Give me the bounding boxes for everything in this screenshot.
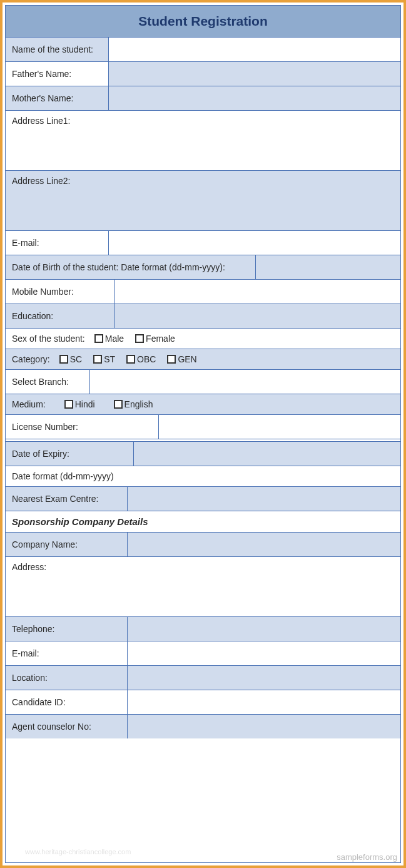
category-st-label: ST bbox=[104, 354, 115, 364]
row-email2: E-mail: bbox=[6, 641, 400, 666]
email2-label: E-mail: bbox=[6, 641, 128, 665]
company-name-label: Company Name: bbox=[6, 533, 128, 556]
candidate-id-value[interactable] bbox=[128, 690, 400, 714]
location-label: Location: bbox=[6, 666, 128, 690]
row-dob: Date of Birth of the student: Date forma… bbox=[6, 255, 400, 280]
row-license: License Number: bbox=[6, 415, 400, 439]
email2-value[interactable] bbox=[128, 641, 400, 665]
branch-label: Select Branch: bbox=[6, 370, 90, 394]
form-inner: Student Registration Name of the student… bbox=[5, 5, 401, 863]
category-gen-option[interactable]: GEN bbox=[167, 354, 196, 364]
category-obc-option[interactable]: OBC bbox=[126, 354, 156, 364]
dob-value[interactable] bbox=[256, 255, 400, 279]
row-address: Address: bbox=[6, 557, 400, 617]
medium-label: Medium: bbox=[12, 399, 46, 409]
row-addr2: Address Line2: bbox=[6, 171, 400, 231]
row-location: Location: bbox=[6, 666, 400, 690]
exam-centre-value[interactable] bbox=[128, 487, 400, 511]
candidate-id-label: Candidate ID: bbox=[6, 690, 128, 714]
mobile-label: Mobile Number: bbox=[6, 280, 115, 304]
row-category: Category: SC ST OBC bbox=[6, 349, 400, 370]
row-company-name: Company Name: bbox=[6, 533, 400, 557]
row-mobile: Mobile Number: bbox=[6, 280, 400, 304]
row-addr1: Address Line1: bbox=[6, 111, 400, 171]
form-title: Student Registration bbox=[6, 6, 400, 38]
checkbox-icon bbox=[126, 355, 135, 364]
email-label: E-mail: bbox=[6, 231, 109, 255]
addr1-label[interactable]: Address Line1: bbox=[6, 111, 400, 170]
telephone-label: Telephone: bbox=[6, 617, 128, 641]
form-frame: Student Registration Name of the student… bbox=[0, 0, 406, 868]
row-name: Name of the student: bbox=[6, 38, 400, 62]
exam-centre-label: Nearest Exam Centre: bbox=[6, 487, 128, 511]
row-mother: Mother's Name: bbox=[6, 86, 400, 111]
email-value[interactable] bbox=[109, 231, 400, 255]
row-education: Education: bbox=[6, 304, 400, 329]
education-value[interactable] bbox=[115, 304, 400, 328]
row-email: E-mail: bbox=[6, 231, 400, 255]
row-candidate-id: Candidate ID: bbox=[6, 690, 400, 715]
checkbox-icon bbox=[114, 400, 123, 409]
sex-female-label: Female bbox=[146, 334, 175, 344]
expiry-label: Date of Expiry: bbox=[6, 442, 134, 466]
checkbox-icon bbox=[94, 334, 103, 343]
checkbox-icon bbox=[135, 334, 144, 343]
category-sc-option[interactable]: SC bbox=[59, 354, 82, 364]
medium-english-label: English bbox=[124, 399, 153, 409]
sex-male-option[interactable]: Male bbox=[94, 334, 124, 344]
sex-label: Sex of the student: bbox=[12, 334, 85, 344]
agent-label: Agent counselor No: bbox=[6, 715, 128, 738]
row-sex: Sex of the student: Male Female bbox=[6, 329, 400, 349]
expiry-value[interactable] bbox=[134, 442, 400, 466]
row-agent: Agent counselor No: bbox=[6, 715, 400, 738]
mother-value[interactable] bbox=[109, 86, 400, 110]
category-obc-label: OBC bbox=[137, 354, 156, 364]
row-father: Father's Name: bbox=[6, 62, 400, 86]
mother-label: Mother's Name: bbox=[6, 86, 109, 110]
checkbox-icon bbox=[64, 400, 73, 409]
mobile-value[interactable] bbox=[115, 280, 400, 304]
sponsor-header: Sponsorship Company Details bbox=[6, 511, 400, 532]
checkbox-icon bbox=[59, 355, 68, 364]
date-format-label: Date format (dd-mm-yyyy) bbox=[6, 466, 400, 486]
medium-hindi-option[interactable]: Hindi bbox=[64, 399, 95, 409]
education-label: Education: bbox=[6, 304, 115, 328]
medium-hindi-label: Hindi bbox=[75, 399, 95, 409]
category-st-option[interactable]: ST bbox=[93, 354, 115, 364]
row-sponsor-header: Sponsorship Company Details bbox=[6, 511, 400, 533]
row-telephone: Telephone: bbox=[6, 617, 400, 641]
name-label: Name of the student: bbox=[6, 38, 109, 61]
sex-male-label: Male bbox=[105, 334, 124, 344]
location-value[interactable] bbox=[128, 666, 400, 690]
checkbox-icon bbox=[167, 355, 176, 364]
row-medium: Medium: Hindi English bbox=[6, 394, 400, 415]
row-expiry: Date of Expiry: bbox=[6, 442, 400, 466]
dob-label: Date of Birth of the student: Date forma… bbox=[6, 255, 256, 279]
medium-english-option[interactable]: English bbox=[114, 399, 153, 409]
father-value[interactable] bbox=[109, 62, 400, 86]
watermark-right: sampleforms.org bbox=[337, 852, 397, 862]
category-gen-label: GEN bbox=[178, 354, 196, 364]
company-name-value[interactable] bbox=[128, 533, 400, 556]
category-sc-label: SC bbox=[70, 354, 82, 364]
address-label[interactable]: Address: bbox=[6, 557, 400, 616]
branch-value[interactable] bbox=[90, 370, 400, 394]
row-date-format: Date format (dd-mm-yyyy) bbox=[6, 466, 400, 487]
row-branch: Select Branch: bbox=[6, 370, 400, 394]
license-label: License Number: bbox=[6, 415, 159, 439]
telephone-value[interactable] bbox=[128, 617, 400, 641]
agent-value[interactable] bbox=[128, 715, 400, 738]
category-label: Category: bbox=[12, 354, 50, 364]
sex-female-option[interactable]: Female bbox=[135, 334, 175, 344]
row-exam-centre: Nearest Exam Centre: bbox=[6, 487, 400, 511]
watermark-left: www.heritage-christiancollege.com bbox=[25, 848, 131, 855]
father-label: Father's Name: bbox=[6, 62, 109, 86]
name-value[interactable] bbox=[109, 38, 400, 61]
license-value[interactable] bbox=[159, 415, 400, 439]
checkbox-icon bbox=[93, 355, 102, 364]
addr2-label[interactable]: Address Line2: bbox=[6, 171, 400, 230]
